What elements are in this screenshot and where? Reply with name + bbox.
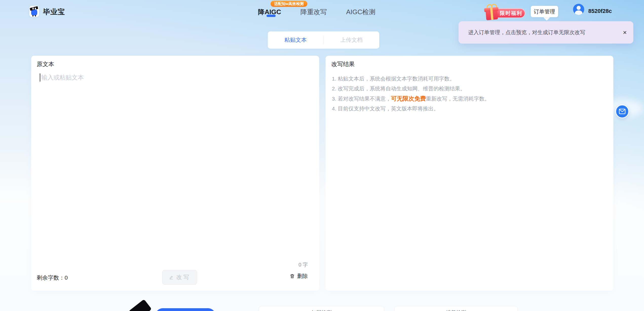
envelope-icon	[619, 108, 626, 114]
avatar-shoulders	[575, 10, 582, 15]
contact-mail-fab[interactable]	[615, 105, 629, 118]
report-card-title: 知网检测	[259, 309, 384, 311]
delete-button-label: 删除	[297, 273, 308, 280]
tip-4: 4. 目前仅支持中文改写，英文版本即将推出。	[332, 105, 605, 112]
report-card-cnki[interactable]: 知网检测	[259, 306, 384, 311]
result-panel-title: 改写结果	[331, 60, 355, 68]
pen-edit-icon	[169, 275, 174, 280]
brand-logo-icon[interactable]	[29, 6, 39, 17]
input-mode-tabs: 粘贴文本 上传文档	[268, 31, 379, 49]
toast-message: 进入订单管理，点击预览，对生成订单无限次改写	[468, 29, 585, 36]
mascot-cap-shape	[128, 299, 152, 311]
mascot-eye	[32, 8, 34, 10]
rewrite-button-label: 改写	[176, 274, 191, 281]
mascot-foot	[35, 15, 36, 16]
tip-1: 1. 粘贴文本后，系统会根据文本字数消耗可用字数。	[332, 75, 605, 83]
tab-upload-document[interactable]: 上传文档	[324, 36, 380, 44]
tip-3: 3. 若对改写结果不满意，可无限次免费重新改写，无需消耗字数。	[332, 95, 605, 103]
nav-item-aigc-detect[interactable]: AIGC检测	[346, 8, 375, 16]
active-nav-indicator	[267, 15, 276, 17]
trash-icon	[290, 274, 295, 279]
report-card-title: 维普检测	[394, 309, 518, 311]
order-management-button[interactable]: 订单管理	[531, 6, 558, 17]
text-caret	[40, 73, 40, 82]
avatar-head	[577, 6, 581, 10]
rewrite-result-panel: 改写结果 1. 粘贴文本后，系统会根据文本字数消耗可用字数。 2. 改写完成后，…	[326, 56, 613, 291]
source-text-input[interactable]	[40, 72, 307, 256]
mascot-foot	[32, 15, 33, 16]
brand-name[interactable]: 毕业宝	[43, 7, 65, 17]
delete-button[interactable]: 删除	[290, 273, 308, 280]
usage-tips: 1. 粘贴文本后，系统会根据文本字数消耗可用字数。 2. 改写完成后，系统将自动…	[332, 75, 605, 115]
avatar[interactable]	[573, 4, 584, 15]
nav-item-rewrite[interactable]: 降重改写	[300, 8, 327, 16]
order-hint-toast: 进入订单管理，点击预览，对生成订单无限次改写 ×	[459, 21, 633, 44]
close-icon[interactable]: ×	[623, 29, 627, 36]
mascot-eye	[35, 8, 36, 10]
tip-2: 2. 改写完成后，系统将自动生成知网、维普的检测结果。	[332, 85, 605, 92]
tip-3-highlight: 可无限次免费	[391, 95, 426, 102]
tab-paste-text[interactable]: 粘贴文本	[268, 36, 324, 44]
page: 毕业宝 降AIGC 适配知w高效检测 降重改写 AIGC检测 限时福利 订单管理…	[0, 0, 644, 311]
report-card-vip[interactable]: 维普检测	[394, 306, 518, 311]
bottom-primary-button[interactable]	[155, 308, 216, 311]
tip-3-post: 重新改写，无需消耗字数。	[426, 96, 490, 102]
nav-promo-badge: 适配知w高效检测	[271, 1, 307, 7]
gift-icon[interactable]	[483, 2, 502, 21]
tip-3-pre: 3. 若对改写结果不满意，	[332, 96, 391, 102]
username: 8520f28c	[588, 8, 612, 14]
rewrite-button[interactable]: 改写	[162, 270, 197, 285]
source-panel-title: 原文本	[37, 60, 54, 68]
